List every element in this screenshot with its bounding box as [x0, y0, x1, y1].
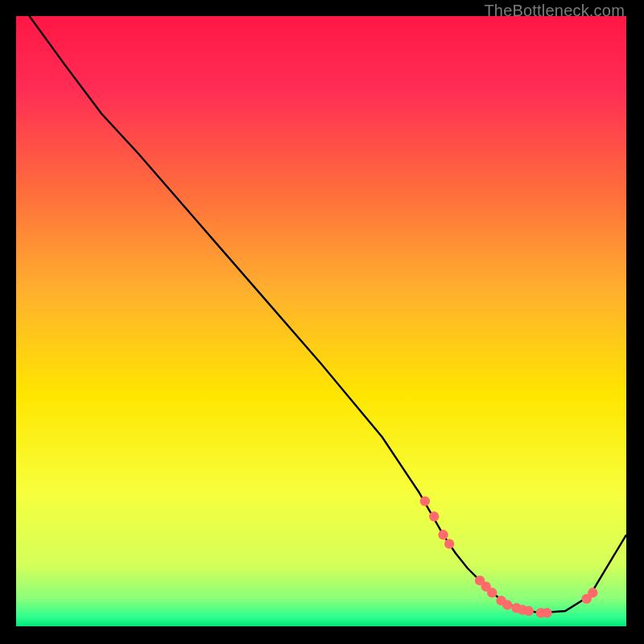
markers-group	[420, 496, 598, 617]
data-marker	[429, 511, 439, 521]
data-marker	[502, 600, 512, 609]
plot-area	[16, 16, 626, 626]
data-marker	[588, 588, 597, 597]
data-marker	[438, 530, 448, 539]
data-marker	[524, 606, 534, 616]
data-marker	[444, 539, 454, 548]
chart-overlay	[16, 16, 626, 626]
curve-line	[16, 16, 626, 613]
data-marker	[542, 608, 551, 617]
data-marker	[487, 588, 497, 597]
data-marker	[420, 496, 430, 506]
chart-frame: TheBottleneck.com	[0, 0, 644, 644]
